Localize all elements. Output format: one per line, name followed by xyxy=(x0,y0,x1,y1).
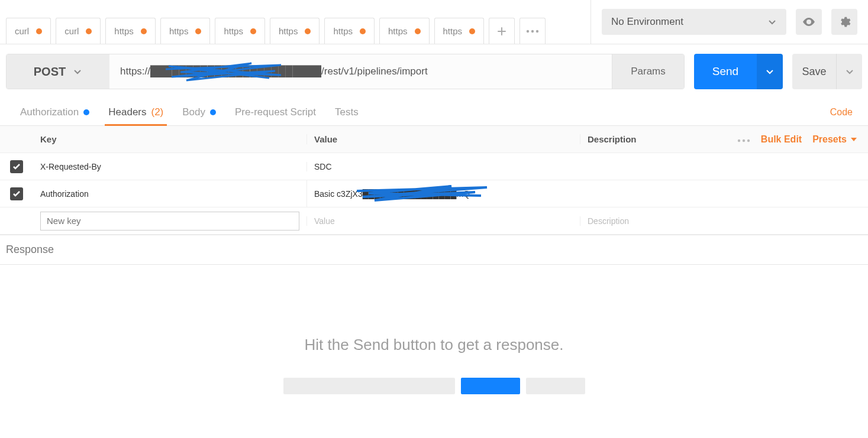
chevron-down-icon xyxy=(845,67,854,76)
svg-point-2 xyxy=(536,30,538,32)
ellipsis-icon xyxy=(526,30,539,33)
column-options-button[interactable] xyxy=(737,133,750,145)
request-tab[interactable]: https xyxy=(379,18,430,44)
active-indicator-icon xyxy=(210,109,216,115)
chevron-down-icon xyxy=(767,17,777,27)
request-tab[interactable]: https xyxy=(215,18,265,44)
response-placeholder-graphic xyxy=(283,378,585,394)
header-row: X-Requested-By SDC xyxy=(0,153,868,180)
chevron-down-icon xyxy=(73,67,82,76)
request-tab[interactable]: https xyxy=(160,18,211,44)
new-value-placeholder[interactable]: Value xyxy=(306,216,580,226)
tab-overflow-button[interactable] xyxy=(519,18,546,44)
column-header-description: Description xyxy=(580,134,727,144)
unsaved-dot-icon xyxy=(415,28,421,34)
save-button[interactable]: Save xyxy=(792,54,836,89)
svg-point-0 xyxy=(527,30,529,32)
unsaved-dot-icon xyxy=(86,28,92,34)
header-key[interactable]: Authorization xyxy=(33,189,306,199)
new-description-placeholder[interactable]: Description xyxy=(580,216,868,226)
svg-point-1 xyxy=(531,30,534,32)
send-dropdown[interactable] xyxy=(757,54,783,89)
svg-point-5 xyxy=(747,139,750,142)
svg-point-4 xyxy=(743,139,745,142)
svg-point-3 xyxy=(738,139,740,142)
request-tabs: curl curl https https https https https … xyxy=(0,0,591,44)
tab-tests[interactable]: Tests xyxy=(325,99,368,125)
active-indicator-icon xyxy=(83,109,89,115)
http-method-label: POST xyxy=(34,65,66,79)
presets-dropdown[interactable]: Presets xyxy=(812,134,857,145)
header-value[interactable]: SDC xyxy=(306,162,580,171)
url-input[interactable]: https://████████████████████████/rest/v1… xyxy=(109,54,612,89)
save-dropdown[interactable] xyxy=(836,54,862,89)
settings-button[interactable] xyxy=(831,9,857,35)
response-empty-message: Hit the Send button to get a response. xyxy=(305,336,564,354)
check-icon xyxy=(12,163,21,171)
header-value[interactable]: Basic c3ZjX3████████████████mQ= xyxy=(306,180,580,207)
response-section-label: Response xyxy=(0,235,868,265)
request-tab[interactable]: https xyxy=(324,18,375,44)
request-tab[interactable]: https xyxy=(434,18,485,44)
request-tab[interactable]: https xyxy=(105,18,156,44)
gear-icon xyxy=(838,15,851,28)
column-header-key: Key xyxy=(33,134,306,144)
tab-pre-request-script[interactable]: Pre-request Script xyxy=(225,99,325,125)
send-button[interactable]: Send xyxy=(694,54,757,89)
header-row: Authorization Basic c3ZjX3██████████████… xyxy=(0,180,868,207)
unsaved-dot-icon xyxy=(141,28,147,34)
url-text: https://████████████████████████/rest/v1… xyxy=(120,66,428,77)
row-enable-checkbox[interactable] xyxy=(10,187,23,200)
unsaved-dot-icon xyxy=(36,28,42,34)
request-tab[interactable]: curl xyxy=(56,18,101,44)
header-key[interactable]: X-Requested-By xyxy=(33,162,306,171)
environment-select[interactable]: No Environment xyxy=(602,9,786,35)
unsaved-dot-icon xyxy=(195,28,201,34)
new-header-row: Value Description xyxy=(0,207,868,235)
environment-preview-button[interactable] xyxy=(796,9,822,35)
new-key-input[interactable] xyxy=(40,212,299,231)
tab-headers[interactable]: Headers(2) xyxy=(99,99,173,125)
environment-label: No Environment xyxy=(611,16,683,28)
tab-authorization[interactable]: Authorization xyxy=(11,99,99,125)
code-link[interactable]: Code xyxy=(830,107,857,118)
chevron-down-icon xyxy=(765,67,775,76)
params-button[interactable]: Params xyxy=(612,54,684,89)
new-tab-button[interactable] xyxy=(489,18,515,44)
request-tab[interactable]: curl xyxy=(6,18,51,44)
eye-icon xyxy=(802,15,816,29)
unsaved-dot-icon xyxy=(250,28,256,34)
unsaved-dot-icon xyxy=(360,28,366,34)
response-body: Hit the Send button to get a response. xyxy=(0,265,868,394)
environment-area: No Environment xyxy=(591,0,868,44)
caret-down-icon xyxy=(850,136,857,143)
headers-table: Key Value Description Bulk Edit Presets … xyxy=(0,126,868,235)
tab-body[interactable]: Body xyxy=(173,99,225,125)
unsaved-dot-icon xyxy=(469,28,475,34)
http-method-select[interactable]: POST xyxy=(7,54,109,89)
unsaved-dot-icon xyxy=(305,28,311,34)
column-header-value: Value xyxy=(306,134,580,144)
bulk-edit-link[interactable]: Bulk Edit xyxy=(761,134,802,145)
plus-icon xyxy=(497,27,506,36)
ellipsis-icon xyxy=(737,139,750,142)
row-enable-checkbox[interactable] xyxy=(10,160,23,173)
check-icon xyxy=(12,190,21,198)
request-tab[interactable]: https xyxy=(270,18,320,44)
